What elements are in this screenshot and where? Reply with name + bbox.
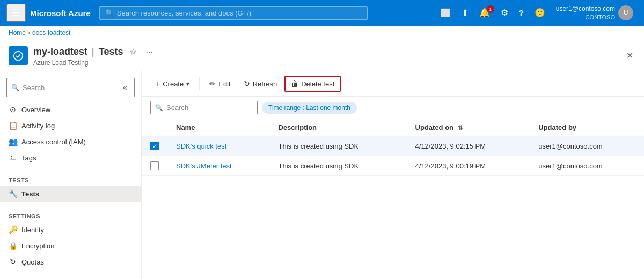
svg-point-0 bbox=[14, 51, 23, 60]
user-tenant: CONTOSO bbox=[556, 13, 615, 21]
access-control-icon: 👥 bbox=[9, 137, 17, 146]
sidebar-item-tags[interactable]: 🏷 Tags bbox=[0, 150, 141, 166]
page-header: my-loadtest | Tests ☆ ··· Azure Load Tes… bbox=[0, 40, 644, 71]
edit-icon: ✏ bbox=[209, 79, 216, 88]
breadcrumb-home[interactable]: Home bbox=[9, 29, 26, 36]
row-2-checkbox-cell[interactable] bbox=[142, 156, 167, 176]
table-search-wrapper: 🔍 bbox=[150, 101, 258, 114]
refresh-button[interactable]: ↻ Refresh bbox=[238, 77, 283, 91]
sidebar-item-label: Access control (IAM) bbox=[21, 138, 86, 146]
resource-name: my-loadtest bbox=[33, 46, 87, 57]
sidebar-item-overview[interactable]: ⊙ Overview bbox=[0, 101, 141, 118]
sidebar-section-settings-label: Settings bbox=[0, 207, 141, 222]
favorite-button[interactable]: ☆ bbox=[127, 45, 139, 59]
sidebar-item-label: Tests bbox=[21, 190, 39, 198]
row-1-name-cell: SDK's quick test bbox=[167, 136, 270, 156]
row-2-name-cell: SDK's JMeter test bbox=[167, 156, 270, 176]
overview-icon: ⊙ bbox=[9, 105, 17, 114]
sidebar-item-identity[interactable]: 🔑 Identity bbox=[0, 222, 141, 238]
resource-icon bbox=[9, 46, 28, 65]
global-search-bar[interactable]: 🔍 bbox=[99, 6, 368, 20]
tags-icon: 🏷 bbox=[9, 153, 17, 162]
help-button[interactable]: ? bbox=[515, 6, 528, 19]
feedback-button[interactable]: 🙂 bbox=[530, 5, 550, 20]
encryption-icon: 🔒 bbox=[9, 241, 17, 250]
more-options-button[interactable]: ··· bbox=[143, 45, 155, 59]
notifications-button[interactable]: 🔔1 bbox=[475, 5, 494, 20]
user-email: user1@contoso.com bbox=[556, 5, 615, 13]
breadcrumb-docs-loadtest[interactable]: docs-loadtest bbox=[32, 29, 70, 36]
section-name: Tests bbox=[99, 46, 123, 57]
search-icon: 🔍 bbox=[105, 9, 114, 17]
row-2-description-cell: This is created using SDK bbox=[270, 156, 407, 176]
sidebar-item-quotas[interactable]: ↻ Quotas bbox=[0, 254, 141, 270]
main-content: + Create ▾ ✏ Edit ↻ Refresh 🗑 Delete tes… bbox=[142, 71, 644, 279]
time-range-badge[interactable]: Time range : Last one month bbox=[262, 102, 357, 114]
sidebar-section-tests-label: Tests bbox=[0, 171, 141, 186]
sidebar-item-access-control[interactable]: 👥 Access control (IAM) bbox=[0, 134, 141, 150]
settings-button[interactable]: ⚙ bbox=[496, 5, 513, 20]
sidebar-item-label: Activity log bbox=[21, 122, 55, 130]
col-description: Description bbox=[270, 119, 407, 136]
row-2-updated-by-cell: user1@contoso.com bbox=[530, 156, 644, 176]
edit-button[interactable]: ✏ Edit bbox=[204, 77, 236, 91]
col-checkbox bbox=[142, 119, 167, 136]
row-1-checkbox-cell[interactable]: ✓ bbox=[142, 136, 167, 156]
sidebar-item-activity-log[interactable]: 📋 Activity log bbox=[0, 118, 141, 134]
sidebar-collapse-button[interactable]: « bbox=[121, 80, 130, 94]
resource-subtitle: Azure Load Testing bbox=[33, 59, 155, 67]
user-profile[interactable]: user1@contoso.com CONTOSO U bbox=[552, 3, 638, 23]
col-updated-by: Updated by bbox=[530, 119, 644, 136]
content-area: 🔍 « ⊙ Overview 📋 Activity log 👥 Access c… bbox=[0, 71, 644, 279]
close-panel-button[interactable]: ✕ bbox=[624, 48, 635, 63]
page-header-actions: ✕ bbox=[624, 48, 635, 63]
global-search-input[interactable] bbox=[117, 9, 362, 17]
row-1-description-cell: This is created using SDK bbox=[270, 136, 407, 156]
row-2-checkbox-wrapper[interactable] bbox=[150, 161, 159, 170]
row-1-name-link[interactable]: SDK's quick test bbox=[176, 142, 226, 150]
row-2-name-link[interactable]: SDK's JMeter test bbox=[176, 162, 232, 170]
sidebar-item-label: Quotas bbox=[21, 258, 44, 266]
page-title-row: my-loadtest | Tests ☆ ··· bbox=[33, 45, 155, 59]
sidebar-search-icon: 🔍 bbox=[11, 84, 19, 91]
page-header-text: my-loadtest | Tests ☆ ··· Azure Load Tes… bbox=[33, 45, 155, 67]
row-1-checkbox-wrapper[interactable]: ✓ bbox=[150, 142, 159, 150]
hamburger-menu-button[interactable]: ☰ bbox=[6, 4, 26, 22]
sidebar-item-label: Overview bbox=[21, 106, 50, 114]
delete-test-button[interactable]: 🗑 Delete test bbox=[284, 76, 341, 92]
table-search-input[interactable] bbox=[166, 104, 253, 112]
user-info: user1@contoso.com CONTOSO bbox=[556, 5, 615, 21]
sidebar-item-tests[interactable]: 🔧 Tests bbox=[0, 186, 141, 202]
sidebar-item-encryption[interactable]: 🔒 Encryption bbox=[0, 238, 141, 254]
top-navigation: ☰ Microsoft Azure 🔍 ⬜ ⬆ 🔔1 ⚙ ? 🙂 user1@c… bbox=[0, 0, 644, 26]
sidebar-item-label: Tags bbox=[21, 154, 36, 162]
sidebar-divider-1 bbox=[6, 168, 135, 168]
avatar: U bbox=[618, 5, 633, 20]
row-1-updated-by-cell: user1@contoso.com bbox=[530, 136, 644, 156]
create-dropdown-icon: ▾ bbox=[186, 80, 189, 87]
main-container: Home › docs-loadtest my-loadtest | Tests… bbox=[0, 26, 644, 279]
topnav-icons: ⬜ ⬆ 🔔1 ⚙ ? 🙂 user1@contoso.com CONTOSO U bbox=[436, 3, 638, 23]
delete-icon: 🗑 bbox=[291, 79, 298, 88]
refresh-label: Refresh bbox=[253, 80, 277, 88]
breadcrumb-separator-1: › bbox=[28, 29, 30, 36]
delete-label: Delete test bbox=[301, 80, 334, 88]
row-1-checked-checkbox[interactable]: ✓ bbox=[150, 142, 159, 150]
create-icon: + bbox=[156, 79, 160, 88]
row-2-unchecked-checkbox[interactable] bbox=[150, 161, 159, 170]
upload-button[interactable]: ⬆ bbox=[457, 5, 473, 20]
cloud-shell-button[interactable]: ⬜ bbox=[436, 6, 455, 20]
identity-icon: 🔑 bbox=[9, 225, 17, 234]
sidebar-divider-2 bbox=[6, 204, 135, 204]
filter-bar: 🔍 Time range : Last one month bbox=[142, 97, 644, 119]
sidebar-search-input[interactable] bbox=[23, 84, 118, 92]
sort-icon: ⇅ bbox=[458, 124, 463, 131]
toolbar-separator-1 bbox=[199, 77, 200, 90]
table-search-icon: 🔍 bbox=[155, 104, 163, 112]
toolbar: + Create ▾ ✏ Edit ↻ Refresh 🗑 Delete tes… bbox=[142, 71, 644, 97]
col-name: Name bbox=[167, 119, 270, 136]
create-label: Create bbox=[163, 80, 184, 88]
col-updated-on[interactable]: Updated on ⇅ bbox=[407, 119, 530, 136]
tests-icon: 🔧 bbox=[9, 189, 17, 198]
create-button[interactable]: + Create ▾ bbox=[150, 77, 195, 91]
